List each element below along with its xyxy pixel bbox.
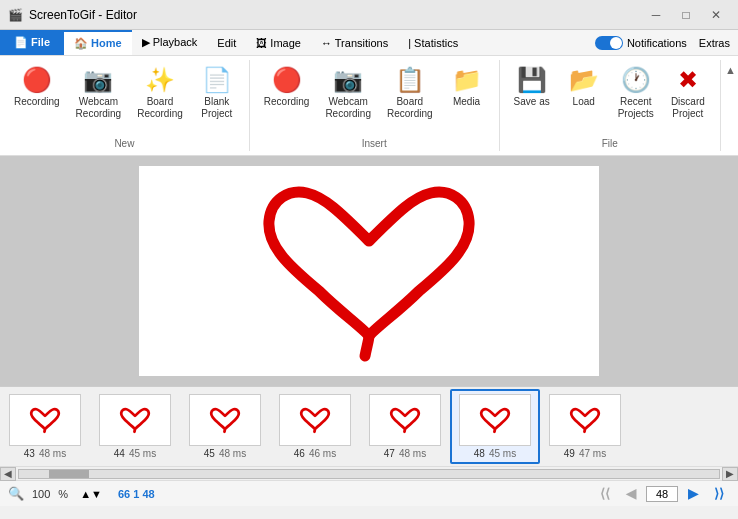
webcam-label: WebcamRecording	[76, 96, 122, 120]
nav-prev-button[interactable]: ◀	[620, 485, 642, 503]
recording-button[interactable]: 🔴 Recording	[8, 62, 66, 112]
film-frame-44-preview	[99, 394, 171, 446]
recording-label: Recording	[14, 96, 60, 108]
ribbon: 🔴 Recording 📷 WebcamRecording ✨ BoardRec…	[0, 56, 738, 156]
media-icon: 📁	[452, 66, 482, 94]
film-frame-44-info: 44 45 ms	[114, 448, 156, 459]
insert-board-button[interactable]: 📋 BoardRecording	[381, 62, 439, 124]
titlebar: 🎬 ScreenToGif - Editor ─ □ ✕	[0, 0, 738, 30]
tab-file[interactable]: 📄 File	[0, 30, 64, 55]
frame-48-ms: 45 ms	[489, 448, 516, 459]
blank-project-button[interactable]: 📄 BlankProject	[193, 62, 241, 124]
insert-webcam-label: WebcamRecording	[325, 96, 371, 120]
nav-frame-input[interactable]	[646, 486, 678, 502]
insert-group-label: Insert	[362, 136, 387, 149]
insert-webcam-button[interactable]: 📷 WebcamRecording	[319, 62, 377, 124]
ribbon-group-new: 🔴 Recording 📷 WebcamRecording ✨ BoardRec…	[0, 60, 250, 151]
save-as-icon: 💾	[517, 66, 547, 94]
frame-44-heart	[106, 399, 164, 441]
nav-last-button[interactable]: ⟩⟩	[708, 485, 730, 503]
frame-49-num: 49	[564, 448, 575, 459]
scroll-thumb[interactable]	[49, 470, 89, 478]
ribbon-group-insert-items: 🔴 Recording 📷 WebcamRecording 📋 BoardRec…	[258, 62, 491, 136]
current-frame: 1	[133, 488, 139, 500]
maximize-button[interactable]: □	[672, 5, 700, 25]
film-frame-49-preview	[549, 394, 621, 446]
app-title: ScreenToGif - Editor	[29, 8, 137, 22]
webcam-recording-button[interactable]: 📷 WebcamRecording	[70, 62, 128, 124]
board-icon: ✨	[145, 66, 175, 94]
scroll-track[interactable]	[18, 469, 720, 479]
ribbon-group-insert: 🔴 Recording 📷 WebcamRecording 📋 BoardRec…	[250, 60, 500, 151]
discard-project-button[interactable]: ✖ DiscardProject	[664, 62, 712, 124]
film-frame-45[interactable]: 45 48 ms	[180, 391, 270, 462]
close-button[interactable]: ✕	[702, 5, 730, 25]
frame-43-heart	[16, 399, 74, 441]
board-recording-button[interactable]: ✨ BoardRecording	[131, 62, 189, 124]
frame-44-ms: 45 ms	[129, 448, 156, 459]
tab-edit[interactable]: Edit	[207, 30, 246, 55]
extras-label: Extras	[699, 37, 730, 49]
notifications-label: Notifications	[627, 37, 687, 49]
film-frame-49[interactable]: 49 47 ms	[540, 391, 630, 462]
frame-45-heart	[196, 399, 254, 441]
menubar: 📄 File 🏠 Home ▶ Playback Edit 🖼 Image ↔ …	[0, 30, 738, 56]
discard-label: DiscardProject	[671, 96, 705, 120]
film-frame-48-preview	[459, 394, 531, 446]
notifications-toggle[interactable]: Notifications	[595, 36, 687, 50]
ribbon-collapse-button[interactable]: ▲	[723, 64, 738, 76]
film-frame-47[interactable]: 47 48 ms	[360, 391, 450, 462]
titlebar-controls: ─ □ ✕	[642, 5, 730, 25]
tab-transitions[interactable]: ↔ Transitions	[311, 30, 398, 55]
recent-projects-button[interactable]: 🕐 RecentProjects	[612, 62, 660, 124]
zoom-icon: 🔍	[8, 486, 24, 501]
total-ms: 48	[142, 488, 154, 500]
filmstrip: 43 48 ms 44 45 ms 45 48 ms	[0, 386, 738, 466]
insert-recording-icon: 🔴	[272, 66, 302, 94]
board-label: BoardRecording	[137, 96, 183, 120]
insert-board-label: BoardRecording	[387, 96, 433, 120]
film-frame-43[interactable]: 43 48 ms	[0, 391, 90, 462]
frame-48-heart	[466, 399, 524, 441]
load-label: Load	[573, 96, 595, 108]
film-frame-46-info: 46 46 ms	[294, 448, 336, 459]
tab-home[interactable]: 🏠 Home	[64, 30, 132, 55]
discard-icon: ✖	[678, 66, 698, 94]
save-as-button[interactable]: 💾 Save as	[508, 62, 556, 112]
film-frame-44[interactable]: 44 45 ms	[90, 391, 180, 462]
minimize-button[interactable]: ─	[642, 5, 670, 25]
film-frame-48-info: 48 45 ms	[474, 448, 516, 459]
tab-image[interactable]: 🖼 Image	[246, 30, 311, 55]
menubar-right: Notifications Extras	[595, 36, 738, 50]
frame-47-num: 47	[384, 448, 395, 459]
ribbon-group-file: 💾 Save as 📂 Load 🕐 RecentProjects ✖ Disc…	[500, 60, 721, 151]
tab-playback[interactable]: ▶ Playback	[132, 30, 208, 55]
zoom-stepper[interactable]: ▲▼	[80, 488, 102, 500]
film-frame-46[interactable]: 46 46 ms	[270, 391, 360, 462]
webcam-icon: 📷	[83, 66, 113, 94]
load-button[interactable]: 📂 Load	[560, 62, 608, 112]
blank-label: BlankProject	[201, 96, 232, 120]
nav-next-button[interactable]: ▶	[682, 485, 704, 503]
frame-46-ms: 46 ms	[309, 448, 336, 459]
frame-44-num: 44	[114, 448, 125, 459]
film-frame-46-preview	[279, 394, 351, 446]
frame-49-ms: 47 ms	[579, 448, 606, 459]
horizontal-scrollbar: ◀ ▶	[0, 466, 738, 480]
zoom-unit: %	[58, 488, 68, 500]
ribbon-group-file-items: 💾 Save as 📂 Load 🕐 RecentProjects ✖ Disc…	[508, 62, 712, 136]
recent-projects-icon: 🕐	[621, 66, 651, 94]
media-button[interactable]: 📁 Media	[443, 62, 491, 112]
file-group-label: File	[602, 136, 618, 149]
film-frame-48[interactable]: 48 45 ms	[450, 389, 540, 464]
frame-48-num: 48	[474, 448, 485, 459]
tab-statistics[interactable]: | Statistics	[398, 30, 468, 55]
media-label: Media	[453, 96, 480, 108]
insert-recording-button[interactable]: 🔴 Recording	[258, 62, 316, 112]
scroll-left-button[interactable]: ◀	[0, 467, 16, 481]
statusbar: 🔍 100 % ▲▼ 66 1 48 ⟨⟨ ◀ ▶ ⟩⟩	[0, 480, 738, 506]
scroll-right-button[interactable]: ▶	[722, 467, 738, 481]
canvas-frame	[139, 166, 599, 376]
save-as-label: Save as	[514, 96, 550, 108]
nav-first-button[interactable]: ⟨⟨	[594, 485, 616, 503]
